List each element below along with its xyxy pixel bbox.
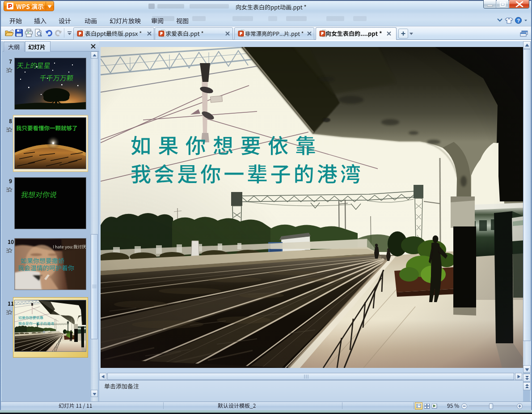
- svg-text:?: ?: [517, 18, 520, 23]
